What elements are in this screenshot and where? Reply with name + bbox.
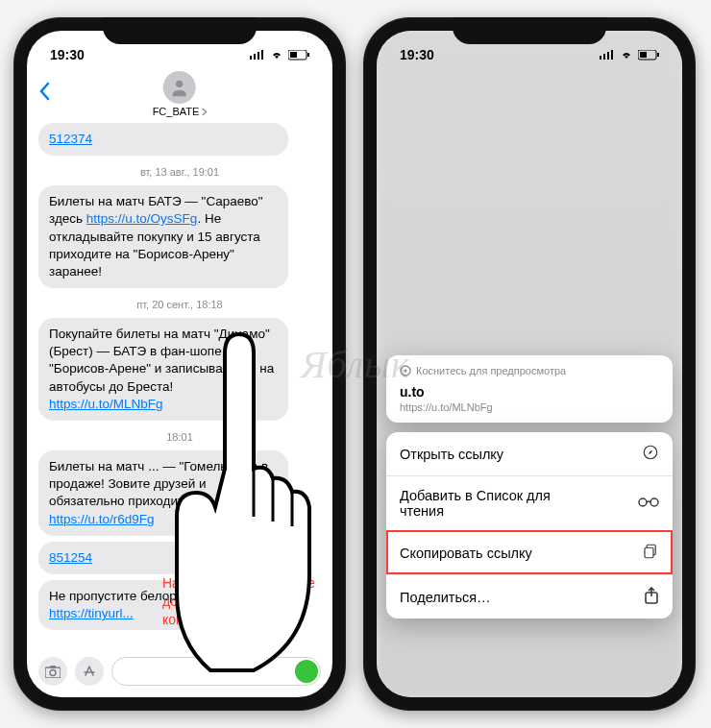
back-button[interactable] — [38, 82, 61, 107]
svg-rect-5 — [290, 52, 297, 58]
svg-rect-17 — [657, 53, 659, 57]
menu-item-share[interactable]: Поделиться… — [386, 574, 673, 619]
contact-header[interactable]: FC_BATE — [153, 71, 208, 117]
message-date: вт, 13 авг., 19:01 — [38, 165, 321, 180]
status-indicators — [600, 50, 659, 61]
svg-rect-8 — [45, 667, 61, 678]
nav-bar: FC_BATE — [27, 69, 332, 119]
svg-rect-1 — [254, 54, 256, 60]
link-preview-card[interactable]: Коснитесь для предпросмотра u.to https:/… — [386, 355, 673, 423]
message-bubble[interactable]: Билеты на матч ... — "Гомель" уже в прод… — [38, 450, 288, 536]
status-time: 19:30 — [400, 47, 434, 62]
menu-item-copy[interactable]: Скопировать ссылку — [386, 530, 673, 574]
camera-button[interactable] — [38, 657, 67, 686]
input-bar — [27, 651, 332, 692]
message-bubble[interactable]: Билеты на матч БАТЭ — "Сараево" здесь ht… — [38, 185, 288, 288]
wifi-icon — [620, 50, 633, 60]
phone-right: 19:30 Коснитесь для предпросмотра u.to h… — [363, 17, 696, 711]
status-indicators — [250, 50, 309, 61]
svg-rect-12 — [603, 54, 605, 60]
message-link[interactable]: 512374 — [49, 132, 92, 146]
svg-rect-10 — [50, 666, 56, 668]
svg-rect-2 — [257, 52, 259, 60]
menu-item-label: Добавить в Список для чтения — [400, 488, 592, 519]
contact-name: FC_BATE — [153, 106, 200, 117]
notch — [453, 17, 606, 44]
copy-icon — [642, 543, 659, 563]
svg-rect-11 — [600, 56, 601, 60]
message-bubble[interactable]: 512374 — [38, 123, 288, 156]
preview-hint: Коснитесь для предпросмотра — [416, 365, 566, 376]
svg-rect-14 — [611, 50, 613, 60]
cellular-icon — [250, 50, 265, 60]
context-menu: Открыть ссылкуДобавить в Список для чтен… — [386, 432, 673, 619]
message-link[interactable]: 851254 — [49, 550, 92, 565]
svg-rect-16 — [640, 52, 647, 58]
message-input[interactable] — [111, 657, 321, 686]
message-link[interactable]: https://u.to/OysSFg — [86, 211, 198, 226]
camera-icon — [45, 666, 61, 678]
touch-icon — [400, 365, 411, 376]
message-link[interactable]: https://tinyurl... — [49, 606, 134, 620]
compass-icon — [642, 444, 659, 464]
svg-point-19 — [405, 370, 407, 373]
menu-item-compass[interactable]: Открыть ссылку — [386, 432, 673, 475]
message-link[interactable]: https://u.to/MLNbFg — [49, 397, 163, 411]
menu-item-label: Открыть ссылку — [400, 447, 503, 462]
appstore-icon — [83, 665, 96, 678]
context-menu-sheet: Коснитесь для предпросмотра u.to https:/… — [386, 355, 673, 628]
svg-point-7 — [176, 81, 183, 87]
message-date: 18:01 — [38, 430, 321, 445]
cellular-icon — [600, 50, 615, 60]
message-bubble[interactable]: 851254 — [38, 542, 288, 574]
menu-item-label: Поделиться… — [400, 590, 491, 605]
status-time: 19:30 — [50, 47, 85, 62]
svg-rect-13 — [607, 52, 609, 60]
svg-point-22 — [650, 498, 658, 506]
message-link[interactable]: https://u.to/r6d9Fg — [49, 512, 155, 526]
menu-item-glasses[interactable]: Добавить в Список для чтения — [386, 475, 673, 530]
wifi-icon — [270, 50, 283, 60]
battery-icon — [288, 50, 309, 61]
svg-rect-3 — [261, 50, 263, 60]
chevron-right-icon — [201, 108, 207, 116]
contact-name-row: FC_BATE — [153, 106, 208, 117]
svg-rect-0 — [250, 56, 252, 60]
svg-point-9 — [50, 669, 56, 675]
message-date: пт, 20 сент., 18:18 — [38, 298, 321, 312]
screen-right: 19:30 Коснитесь для предпросмотра u.to h… — [377, 31, 682, 697]
instruction-callout: Нажмите и удерживайте до появления конте… — [162, 574, 316, 629]
svg-rect-24 — [645, 547, 653, 558]
battery-icon — [638, 50, 659, 61]
message-bubble[interactable]: Покупайте билеты на матч "Динамо" (Брест… — [38, 318, 288, 421]
preview-hint-row: Коснитесь для предпросмотра — [400, 365, 659, 376]
notch — [103, 17, 257, 44]
phone-left: 19:30 FC_BATE 512374вт, 13 — [13, 17, 346, 711]
svg-point-21 — [639, 498, 647, 506]
chevron-left-icon — [38, 82, 50, 101]
person-icon — [169, 77, 190, 98]
share-icon — [644, 587, 659, 607]
glasses-icon — [638, 496, 659, 511]
preview-url: https://u.to/MLNbFg — [400, 401, 659, 413]
menu-item-label: Скопировать ссылку — [400, 546, 532, 561]
preview-title: u.to — [400, 384, 659, 400]
avatar — [163, 71, 196, 104]
appstore-button[interactable] — [75, 657, 104, 686]
svg-rect-6 — [307, 53, 309, 57]
send-button[interactable] — [295, 660, 318, 683]
